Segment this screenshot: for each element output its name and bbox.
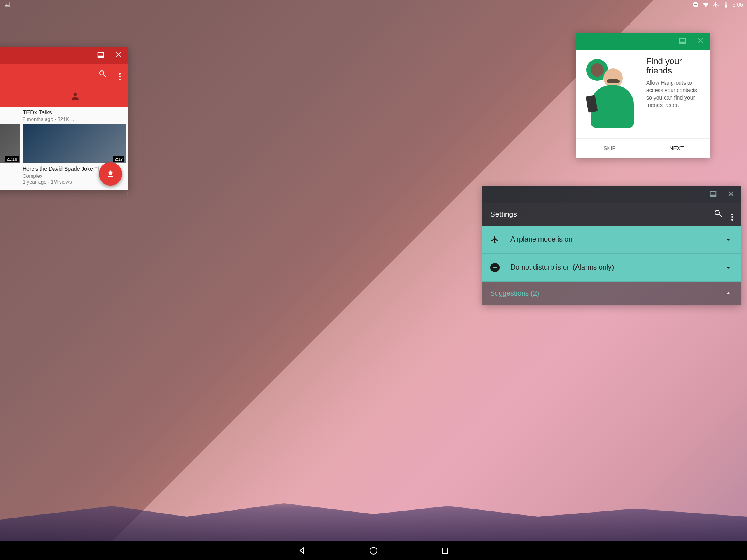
video-card[interactable]: ns 18K views 20:10 ss of · 1M views [0, 109, 20, 185]
dnd-icon [490, 263, 498, 272]
prev-title: ns [0, 109, 20, 116]
video-title: ss of [0, 166, 20, 172]
youtube-titlebar[interactable] [0, 47, 128, 64]
settings-title: Settings [490, 210, 498, 219]
close-icon[interactable] [114, 50, 123, 60]
video-duration: 2:17 [113, 156, 124, 162]
upload-fab[interactable] [99, 162, 122, 186]
video-meta: · 1M views [0, 172, 20, 178]
video-menu-icon[interactable] [127, 188, 128, 199]
settings-appbar: Settings [482, 203, 498, 226]
youtube-toolbar [0, 64, 128, 86]
youtube-content[interactable]: ns 18K views 20:10 ss of · 1M views TEDx… [0, 107, 128, 190]
youtube-tabs [0, 86, 128, 107]
tab-subscriptions[interactable] [0, 86, 21, 107]
tab-account[interactable] [21, 86, 128, 107]
settings-titlebar[interactable] [482, 186, 498, 203]
settings-window[interactable]: Settings Airplane mode is on Do not dist… [482, 186, 498, 305]
search-icon[interactable] [98, 69, 107, 80]
overflow-icon[interactable] [119, 69, 121, 80]
prev-views: 18K views [0, 116, 20, 122]
video-thumbnail[interactable]: 2:17 [23, 124, 126, 163]
video-duration: 20:10 [5, 156, 19, 162]
maximize-icon[interactable] [96, 50, 105, 60]
video-thumbnail[interactable]: 20:10 [0, 124, 20, 163]
prev-channel: TEDx Talks [23, 109, 126, 116]
airplane-icon [490, 235, 498, 244]
dnd-notice[interactable]: Do not disturb is on (Alarms only) [482, 254, 498, 282]
suggestions-label: Suggestions (2) [490, 289, 498, 298]
screenshot-icon [4, 1, 11, 8]
youtube-window[interactable]: ns 18K views 20:10 ss of · 1M views TEDx… [0, 47, 128, 190]
suggestions-row[interactable]: Suggestions (2) [482, 282, 498, 305]
status-bar: 5:06 [0, 0, 498, 9]
prev-meta: 8 months ago · 321K… [23, 116, 126, 122]
airplane-notice[interactable]: Airplane mode is on [482, 226, 498, 254]
